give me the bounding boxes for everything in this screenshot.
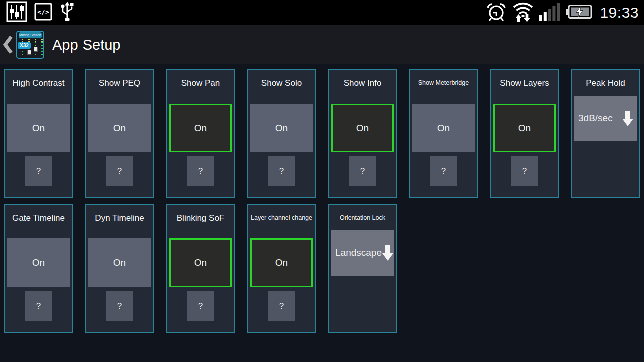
signal-strength-icon	[539, 3, 560, 23]
wifi-updown-icon	[512, 1, 534, 24]
toggle-button-dyn-timeline[interactable]: On	[88, 238, 151, 287]
help-button-show-solo[interactable]: ?	[268, 156, 295, 186]
help-button-gate-timeline[interactable]: ?	[25, 291, 52, 321]
alarm-clock-icon	[486, 1, 507, 24]
usb-icon	[59, 1, 75, 25]
code-notification-icon: </>	[34, 3, 52, 23]
toggle-button-show-pan[interactable]: On	[169, 104, 232, 152]
toggle-button-blinking-sof[interactable]: On	[169, 238, 232, 287]
setting-title: Show Pan	[168, 70, 233, 97]
setting-card-show-solo: Show Solo On?	[247, 69, 316, 198]
settings-row-1: High Contrast On? Show PEQ On? Show Pan …	[4, 69, 644, 198]
app-icon[interactable]: Mixing Station X32	[16, 31, 44, 59]
setting-card-show-layers: Show Layers On?	[490, 69, 559, 198]
dropdown-button-orientation-lock[interactable]: Landscape	[331, 230, 394, 276]
setting-title: Show PEQ	[87, 70, 152, 97]
setting-title: Peak Hold	[573, 70, 638, 97]
dropdown-arrow-icon	[622, 110, 634, 127]
battery-charging-icon	[566, 4, 593, 21]
toggle-button-show-meterbridge[interactable]: On	[412, 104, 475, 152]
toggle-button-show-layers[interactable]: On	[493, 104, 556, 152]
toggle-button-layer-channel-change[interactable]: On	[250, 238, 313, 287]
setting-title: Orientation Lock	[330, 205, 395, 232]
setting-card-layer-channel-change: Layer channel change On?	[247, 204, 316, 333]
status-bar: </>	[0, 0, 644, 25]
action-bar: Mixing Station X32 App Setup	[0, 25, 644, 64]
setting-card-show-pan: Show Pan On?	[166, 69, 235, 198]
help-button-high-contrast[interactable]: ?	[25, 156, 52, 186]
setting-title: Show Solo	[249, 70, 314, 97]
toggle-button-gate-timeline[interactable]: On	[7, 238, 70, 287]
svg-text:</>: </>	[37, 8, 49, 16]
help-button-dyn-timeline[interactable]: ?	[106, 291, 133, 321]
settings-grid: High Contrast On? Show PEQ On? Show Pan …	[0, 64, 644, 333]
settings-row-2: Gate Timeline On? Dyn Timeline On? Blink…	[4, 204, 644, 333]
page-title: App Setup	[52, 37, 120, 53]
help-button-blinking-sof[interactable]: ?	[187, 291, 214, 321]
help-button-layer-channel-change[interactable]: ?	[268, 291, 295, 321]
help-button-show-info[interactable]: ?	[349, 156, 376, 186]
toggle-button-show-solo[interactable]: On	[250, 104, 313, 152]
app-icon-label: Mixing Station	[19, 32, 42, 38]
help-button-show-meterbridge[interactable]: ?	[430, 156, 457, 186]
notification-icons: </>	[6, 1, 75, 25]
setting-title: Blinking SoF	[168, 205, 233, 232]
mixer-notification-icon	[6, 1, 27, 24]
toggle-button-show-info[interactable]: On	[331, 104, 394, 152]
setting-card-show-meterbridge: Show Meterbridge On?	[409, 69, 478, 198]
dropdown-arrow-icon	[382, 245, 394, 261]
setting-card-show-info: Show Info On?	[328, 69, 397, 198]
back-button[interactable]	[2, 35, 14, 55]
setting-card-dyn-timeline: Dyn Timeline On?	[85, 204, 154, 333]
fader-knob	[34, 47, 38, 52]
help-button-show-layers[interactable]: ?	[511, 156, 538, 186]
setting-card-peak-hold: Peak Hold 3dB/sec	[571, 69, 640, 198]
setting-card-high-contrast: High Contrast On?	[4, 69, 73, 198]
toggle-button-show-peq[interactable]: On	[88, 104, 151, 152]
setting-card-gate-timeline: Gate Timeline On?	[4, 204, 73, 333]
system-status-icons: 19:33	[486, 1, 639, 24]
setting-title: Gate Timeline	[6, 205, 71, 232]
help-button-show-peq[interactable]: ?	[106, 156, 133, 186]
setting-title: Show Info	[330, 70, 395, 97]
fader-knob	[27, 50, 31, 55]
dropdown-value: Landscape	[335, 247, 382, 258]
setting-title: Dyn Timeline	[87, 205, 152, 232]
toggle-button-high-contrast[interactable]: On	[7, 104, 70, 152]
setting-title: Layer channel change	[249, 205, 314, 232]
setting-card-blinking-sof: Blinking SoF On?	[166, 204, 235, 333]
dropdown-value: 3dB/sec	[578, 113, 613, 124]
setting-title: Show Meterbridge	[411, 70, 476, 97]
dropdown-button-peak-hold[interactable]: 3dB/sec	[574, 96, 637, 141]
setting-card-orientation-lock: Orientation Lock Landscape	[328, 204, 397, 333]
setting-title: Show Layers	[492, 70, 557, 97]
help-button-show-pan[interactable]: ?	[187, 156, 214, 186]
setting-title: High Contrast	[6, 70, 71, 97]
setting-card-show-peq: Show PEQ On?	[85, 69, 154, 198]
app-icon-badge: X32	[18, 42, 31, 49]
clock-time: 19:33	[600, 4, 639, 21]
